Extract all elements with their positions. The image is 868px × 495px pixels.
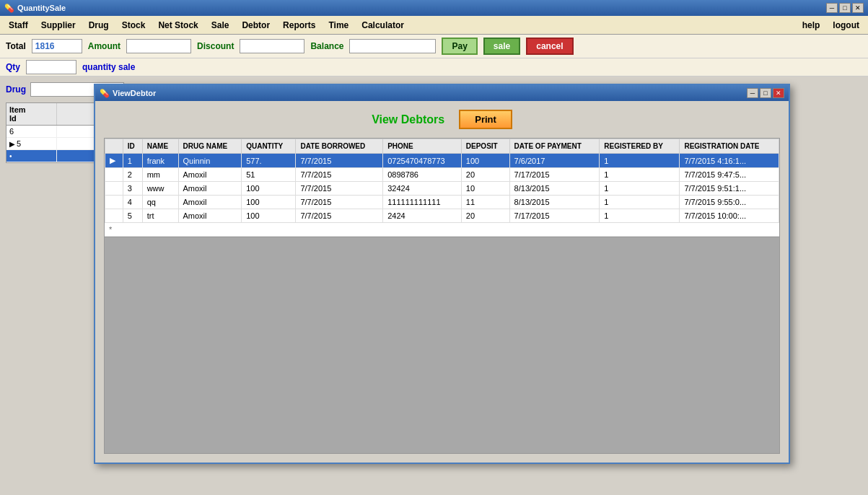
row-quantity: 100 bbox=[242, 209, 296, 223]
dialog-heading: View Debtors bbox=[372, 113, 444, 126]
drug-label: Drug bbox=[6, 84, 26, 95]
row-phone: 2424 bbox=[383, 209, 462, 223]
row-registration-date: 7/7/2015 4:16:1... bbox=[680, 154, 779, 168]
row-id: 1 bbox=[123, 154, 142, 168]
row-id: 5 bbox=[123, 209, 142, 223]
row-date-payment: 7/17/2015 bbox=[509, 168, 600, 182]
total-input[interactable] bbox=[32, 39, 82, 53]
dialog-restore[interactable]: □ bbox=[760, 88, 771, 98]
col-drug-name: DRUG NAME bbox=[178, 139, 242, 154]
total-label: Total bbox=[6, 41, 26, 51]
menu-reports[interactable]: Reports bbox=[277, 19, 321, 32]
dialog-titlebar: 💊 ViewDebtor ─ □ ✕ bbox=[95, 85, 789, 101]
balance-input[interactable] bbox=[349, 39, 436, 53]
row-name: frank bbox=[142, 154, 178, 168]
row-registered-by: 1 bbox=[600, 168, 680, 182]
menu-sale[interactable]: Sale bbox=[206, 19, 235, 32]
title-bar-left: 💊 QuantitySale bbox=[4, 4, 66, 13]
main-content: Drug ItemId 6 ▶5 • 💊 bbox=[0, 76, 868, 494]
row-registered-by: 1 bbox=[600, 154, 680, 168]
row-deposit: 11 bbox=[461, 196, 509, 209]
pay-button[interactable]: Pay bbox=[442, 38, 477, 55]
row-phone: 111111111111 bbox=[383, 196, 462, 209]
row-id: • bbox=[6, 150, 57, 162]
amount-input[interactable] bbox=[126, 39, 191, 53]
table-row[interactable]: ▶ 1 frank Quinnin 577. 7/7/2015 07254704… bbox=[105, 154, 779, 168]
table-row[interactable]: 5 trt Amoxil 100 7/7/2015 2424 20 7/17/2… bbox=[105, 209, 779, 223]
balance-label: Balance bbox=[310, 41, 343, 51]
menu-calculator[interactable]: Calculator bbox=[356, 19, 410, 32]
title-bar: 💊 QuantitySale ─ □ ✕ bbox=[0, 0, 868, 16]
table-row[interactable]: 2 mm Amoxil 51 7/7/2015 0898786 20 7/17/… bbox=[105, 168, 779, 182]
row-name: mm bbox=[142, 168, 178, 182]
row-arrow bbox=[105, 182, 123, 196]
close-button[interactable]: ✕ bbox=[852, 3, 864, 13]
table-row[interactable]: 3 www Amoxil 100 7/7/2015 32424 10 8/13/… bbox=[105, 182, 779, 196]
quantity-sale-label: quantity sale bbox=[82, 62, 135, 72]
menu-supplier[interactable]: Supplier bbox=[35, 19, 82, 32]
discount-input[interactable] bbox=[240, 39, 304, 53]
row-phone: 32424 bbox=[383, 182, 462, 196]
dialog-icon: 💊 bbox=[100, 89, 110, 98]
menu-drug[interactable]: Drug bbox=[83, 19, 115, 32]
dialog-title-text: ViewDebtor bbox=[113, 89, 156, 97]
dialog-close[interactable]: ✕ bbox=[773, 88, 784, 98]
col-quantity: QUANTITY bbox=[242, 139, 296, 154]
discount-label: Discount bbox=[197, 41, 234, 51]
row-deposit: 10 bbox=[461, 182, 509, 196]
row-date-payment: 7/17/2015 bbox=[509, 209, 600, 223]
row-date-payment: 8/13/2015 bbox=[509, 196, 600, 209]
row-date-borrowed: 7/7/2015 bbox=[296, 196, 383, 209]
row-drug-name: Quinnin bbox=[178, 154, 242, 168]
menu-logout[interactable]: logout bbox=[827, 19, 865, 32]
table-gray-area bbox=[104, 237, 780, 454]
row-name: www bbox=[142, 182, 178, 196]
row-registered-by: 1 bbox=[600, 196, 680, 209]
col-date-payment: DATE OF PAYMENT bbox=[509, 139, 600, 154]
dialog-minimize[interactable]: ─ bbox=[747, 88, 758, 98]
menu-net-stock[interactable]: Net Stock bbox=[152, 19, 203, 32]
menu-debtor[interactable]: Debtor bbox=[236, 19, 276, 32]
menu-bar: Staff Supplier Drug Stock Net Stock Sale… bbox=[0, 16, 868, 35]
row-phone: 0898786 bbox=[383, 168, 462, 182]
row-deposit: 20 bbox=[461, 168, 509, 182]
print-button[interactable]: Print bbox=[459, 110, 512, 129]
dialog-controls: ─ □ ✕ bbox=[747, 88, 784, 98]
menu-staff[interactable]: Staff bbox=[3, 19, 34, 32]
row-drug-name: Amoxil bbox=[178, 196, 242, 209]
menu-time[interactable]: Time bbox=[323, 19, 354, 32]
row-deposit: 20 bbox=[461, 209, 509, 223]
dialog-title-left: 💊 ViewDebtor bbox=[100, 89, 156, 98]
amount-label: Amount bbox=[88, 41, 120, 51]
sale-button[interactable]: sale bbox=[483, 38, 520, 55]
col-registration-date: REGISTRATION DATE bbox=[680, 139, 779, 154]
row-date-payment: 8/13/2015 bbox=[509, 182, 600, 196]
data-table-container: ID NAME DRUG NAME QUANTITY DATE BORROWED… bbox=[104, 138, 780, 237]
row-deposit: 100 bbox=[461, 154, 509, 168]
row-drug-name: Amoxil bbox=[178, 182, 242, 196]
qty-input[interactable] bbox=[26, 60, 76, 74]
row-date-borrowed: 7/7/2015 bbox=[296, 182, 383, 196]
row-registration-date: 7/7/2015 9:55:0... bbox=[680, 196, 779, 209]
restore-button[interactable]: □ bbox=[839, 3, 851, 13]
row-arrow: ▶ bbox=[105, 154, 123, 168]
row-registration-date: 7/7/2015 10:00:... bbox=[680, 209, 779, 223]
row-registered-by: 1 bbox=[600, 209, 680, 223]
row-arrow bbox=[105, 168, 123, 182]
col-date-borrowed: DATE BORROWED bbox=[296, 139, 383, 154]
row-date-borrowed: 7/7/2015 bbox=[296, 209, 383, 223]
col-id: ID bbox=[123, 139, 142, 154]
row-name: trt bbox=[142, 209, 178, 223]
row-registered-by: 1 bbox=[600, 182, 680, 196]
menu-help[interactable]: help bbox=[797, 19, 826, 32]
row-registration-date: 7/7/2015 9:51:1... bbox=[680, 182, 779, 196]
table-row[interactable]: 4 qq Amoxil 100 7/7/2015 111111111111 11… bbox=[105, 196, 779, 209]
cancel-button[interactable]: cancel bbox=[526, 38, 573, 55]
new-row-indicator: * bbox=[105, 223, 779, 237]
minimize-button[interactable]: ─ bbox=[826, 3, 838, 13]
menu-right: help logout bbox=[797, 19, 865, 32]
menu-stock[interactable]: Stock bbox=[116, 19, 152, 32]
row-quantity: 100 bbox=[242, 182, 296, 196]
dialog-content: View Debtors Print ID NAME DRUG NAME QUA… bbox=[95, 101, 789, 463]
qty-label: Qty bbox=[6, 62, 20, 72]
